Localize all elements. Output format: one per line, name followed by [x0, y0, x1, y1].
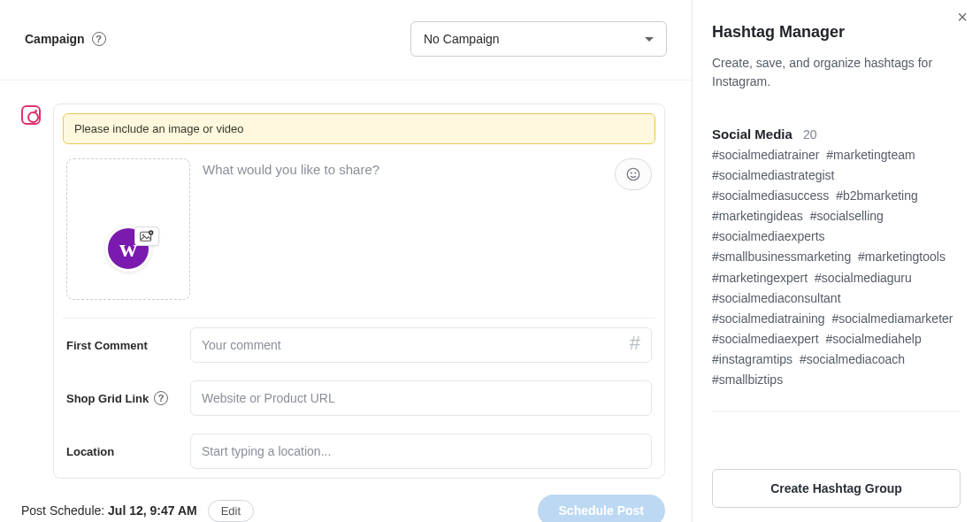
composer-panel: Campaign ? No Campaign Please include an… — [0, 0, 693, 522]
hashtag-item: #marketingteam — [826, 148, 915, 162]
caption-placeholder: What would you like to share? — [203, 158, 652, 177]
hashtag-group-header[interactable]: Social Media 20 — [712, 127, 961, 142]
image-plus-icon — [140, 230, 154, 242]
hashtag-item: #socialmediatraining — [712, 311, 825, 326]
hashtag-icon[interactable]: # — [630, 332, 640, 355]
hashtag-item: #socialmediastrategist — [712, 168, 835, 182]
hashtag-item: #marketingexpert — [712, 271, 808, 285]
media-warning: Please include an image or video — [63, 113, 655, 144]
shop-grid-row: Shop Grid Link ? Website or Product URL — [63, 372, 655, 425]
help-icon[interactable]: ? — [92, 32, 106, 46]
group-divider — [712, 411, 961, 412]
hashtag-item: #socialmediamarketer — [832, 311, 953, 326]
hashtag-item: #socialmediatrainer — [712, 148, 819, 162]
hashtag-item: #marketingideas — [712, 209, 803, 223]
footer-bar: Post Schedule: Jul 12, 9:47 AM Edit Sche… — [0, 479, 692, 522]
svg-point-3 — [627, 168, 639, 180]
hashtag-item: #socialselling — [810, 209, 884, 223]
hashtag-item: #socialmediaexpert — [712, 332, 819, 346]
hashtag-list: #socialmediatrainer #marketingteam #soci… — [712, 145, 961, 390]
first-comment-label: First Comment — [66, 339, 181, 352]
panel-subtitle: Create, save, and organize hashtags for … — [712, 54, 961, 91]
svg-point-4 — [631, 173, 632, 174]
hashtag-item: #socialmediaguru — [815, 271, 912, 285]
caption-area[interactable]: What would you like to share? — [203, 158, 652, 300]
hashtag-item: #b2bmarketing — [836, 188, 918, 203]
edit-schedule-button[interactable]: Edit — [208, 500, 254, 522]
location-label: Location — [66, 445, 181, 458]
media-warning-text: Please include an image or video — [74, 122, 244, 135]
first-comment-row: First Comment Your comment # — [63, 319, 655, 372]
hashtag-item: #instagramtips — [712, 352, 792, 366]
media-dropzone[interactable]: w — [66, 158, 190, 300]
svg-point-1 — [142, 234, 144, 236]
first-comment-placeholder: Your comment — [202, 338, 281, 352]
svg-point-5 — [634, 173, 636, 174]
shop-grid-label: Shop Grid Link ? — [66, 391, 181, 405]
hashtag-item: #smallbiztips — [712, 372, 783, 387]
compose-body: w What would you like to share? — [63, 155, 655, 318]
hashtag-item: #smallbusinessmarketing — [712, 249, 851, 264]
schedule-post-button[interactable]: Schedule Post — [538, 495, 665, 522]
hashtag-item: #socialmediahelp — [826, 332, 922, 346]
hashtag-item: #socialmediaconsultant — [712, 291, 841, 305]
hashtag-group-name: Social Media — [712, 127, 792, 142]
location-input[interactable]: Start typing a location... — [190, 434, 652, 469]
panel-footer: Create Hashtag Group — [712, 457, 961, 508]
campaign-selected-value: No Campaign — [424, 32, 500, 46]
emoji-button[interactable] — [615, 158, 652, 190]
fields-block: First Comment Your comment # Shop Grid L… — [63, 318, 655, 478]
hashtag-manager-panel: × Hashtag Manager Create, save, and orga… — [693, 0, 980, 522]
shop-grid-label-text: Shop Grid Link — [66, 392, 149, 405]
compose-card: Please include an image or video w — [53, 104, 665, 479]
instagram-icon — [21, 105, 41, 125]
help-icon[interactable]: ? — [154, 391, 168, 405]
shop-grid-input[interactable]: Website or Product URL — [190, 380, 652, 416]
campaign-label-text: Campaign — [25, 32, 85, 46]
smiley-icon — [625, 166, 641, 182]
chevron-down-icon — [645, 37, 654, 42]
shop-grid-placeholder: Website or Product URL — [202, 391, 335, 405]
schedule-time: Jul 12, 9:47 AM — [108, 503, 197, 518]
schedule-text: Post Schedule: Jul 12, 9:47 AM — [21, 503, 197, 518]
panel-title: Hashtag Manager — [712, 23, 961, 42]
create-hashtag-group-button[interactable]: Create Hashtag Group — [712, 469, 961, 508]
hashtag-item: #socialmediasuccess — [712, 188, 829, 203]
location-placeholder: Start typing a location... — [202, 444, 331, 458]
schedule-prefix: Post Schedule: — [21, 503, 108, 518]
hashtag-item: #socialmediacoach — [800, 352, 905, 366]
compose-row: Please include an image or video w — [0, 81, 692, 479]
close-icon[interactable]: × — [957, 7, 968, 27]
location-row: Location Start typing a location... — [63, 425, 655, 478]
first-comment-input[interactable]: Your comment # — [190, 327, 652, 363]
hashtag-item: #marketingtools — [858, 249, 946, 264]
hashtag-item: #socialmediaexperts — [712, 229, 825, 243]
campaign-label: Campaign ? — [25, 32, 106, 46]
campaign-select[interactable]: No Campaign — [410, 21, 667, 57]
campaign-bar: Campaign ? No Campaign — [0, 0, 692, 81]
add-media-button[interactable] — [134, 226, 159, 246]
hashtag-group-count: 20 — [803, 127, 817, 142]
